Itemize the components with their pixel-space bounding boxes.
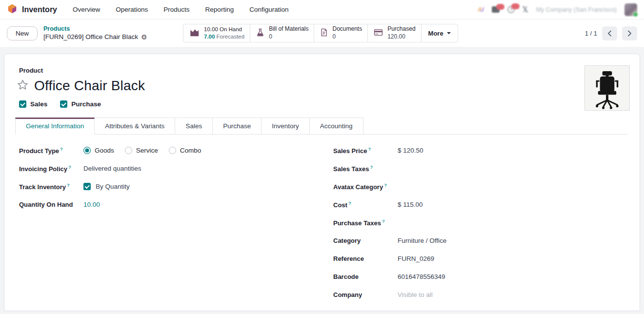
sales-toggle-label: Sales	[30, 100, 47, 108]
avatax-category-row: Avatax Category?	[333, 177, 626, 196]
radio-goods-label: Goods	[95, 147, 114, 154]
breadcrumb: Products [FURN_0269] Office Chair Black …	[43, 25, 147, 41]
activities-icon[interactable]	[507, 6, 515, 13]
cost-value[interactable]: $ 115.00	[398, 201, 626, 208]
track-inventory-mode[interactable]: By Quantity	[96, 183, 130, 190]
radio-service-input[interactable]	[125, 147, 132, 154]
reference-label: Reference	[333, 255, 398, 262]
x-icon[interactable]: 𝕏	[523, 5, 528, 14]
invoicing-policy-label: Invoicing Policy?	[19, 164, 83, 173]
gear-icon[interactable]: ⚙	[141, 33, 147, 41]
messages-badge	[496, 4, 504, 10]
help-icon: ?	[348, 200, 351, 206]
product-image[interactable]	[584, 65, 630, 111]
new-button[interactable]: New	[7, 26, 38, 40]
category-row: Category Furniture / Office	[333, 232, 626, 250]
company-value[interactable]: Visible to all	[398, 291, 626, 298]
pager-next-button[interactable]	[622, 26, 637, 40]
radio-goods-input[interactable]	[83, 147, 91, 154]
nav-menu-reporting[interactable]: Reporting	[205, 6, 234, 13]
sales-price-row: Sales Price? $ 120.50	[333, 141, 626, 159]
invoicing-policy-value[interactable]: Delivered quantities	[83, 165, 312, 172]
tab-inventory[interactable]: Inventory	[262, 118, 310, 134]
cost-label: Cost?	[333, 200, 398, 209]
app-switcher[interactable]: Inventory	[7, 3, 57, 16]
activities-badge	[511, 3, 520, 9]
more-button[interactable]: More	[422, 24, 458, 42]
company-row: Company Visible to all	[333, 286, 626, 304]
notebook-tabs: General Information Attributes & Variant…	[15, 118, 628, 135]
tab-accounting[interactable]: Accounting	[310, 118, 363, 134]
nav-menu-products[interactable]: Products	[163, 6, 189, 13]
sales-checkbox[interactable]	[19, 100, 26, 108]
sales-taxes-row: Sales Taxes?	[333, 159, 626, 177]
app-name[interactable]: Inventory	[22, 5, 57, 14]
documents-stat-button[interactable]: Documents 0	[314, 24, 368, 42]
general-information-panel: Product Type? Goods Service Combo	[15, 135, 628, 304]
chevron-right-icon	[627, 30, 632, 37]
bom-value: 0	[269, 33, 308, 41]
on-hand-label: On Hand	[220, 26, 242, 32]
tab-purchase[interactable]: Purchase	[213, 118, 262, 134]
bom-stat-button[interactable]: Bill of Materials 0	[250, 24, 314, 42]
inventory-app-icon	[7, 3, 18, 16]
avatax-category-label: Avatax Category?	[333, 182, 398, 191]
documents-label: Documents	[332, 25, 362, 33]
left-field-column: Product Type? Goods Service Combo	[19, 141, 312, 304]
reference-value[interactable]: FURN_0269	[398, 255, 626, 262]
quantity-on-hand-value[interactable]: 10.00	[83, 201, 312, 208]
form-sheet: Product Office Chair Black Sales Purchas…	[4, 54, 640, 311]
flask-icon	[256, 27, 265, 39]
product-type-row: Product Type? Goods Service Combo	[19, 141, 312, 159]
quantity-on-hand-label: Quantity On Hand	[19, 201, 83, 208]
help-icon: ?	[68, 164, 71, 170]
ai-icon[interactable]: AI	[478, 6, 484, 13]
control-panel: New Products [FURN_0269] Office Chair Bl…	[0, 20, 644, 47]
barcode-row: Barcode 6016478556349	[333, 268, 626, 286]
breadcrumb-products-link[interactable]: Products	[43, 25, 147, 33]
more-button-label: More	[428, 30, 443, 37]
nav-menu-configuration[interactable]: Configuration	[249, 6, 288, 13]
purchase-toggle: Purchase	[60, 100, 101, 108]
radio-service[interactable]: Service	[125, 147, 158, 154]
sales-price-label: Sales Price?	[333, 146, 398, 155]
sales-toggle: Sales	[19, 100, 47, 108]
barcode-value[interactable]: 6016478556349	[398, 273, 626, 280]
top-navbar: Inventory Overview Operations Products R…	[0, 0, 644, 20]
category-label: Category	[333, 237, 398, 244]
page-title[interactable]: Office Chair Black	[34, 78, 145, 94]
caret-down-icon	[447, 32, 451, 36]
purchase-checkbox[interactable]	[60, 100, 67, 108]
track-inventory-checkbox[interactable]	[83, 183, 91, 190]
company-menu[interactable]: My Company (San Francisco)	[536, 6, 617, 13]
record-kind-label: Product	[19, 67, 628, 74]
tab-sales[interactable]: Sales	[175, 118, 213, 134]
nav-menus: Overview Operations Products Reporting C…	[73, 6, 288, 13]
nav-menu-operations[interactable]: Operations	[116, 6, 148, 13]
sales-price-value[interactable]: $ 120.50	[398, 147, 626, 154]
nav-menu-overview[interactable]: Overview	[73, 6, 100, 13]
tab-general-information[interactable]: General Information	[15, 118, 95, 135]
document-icon	[320, 27, 328, 39]
pager-value[interactable]: 1 / 1	[585, 30, 597, 37]
category-value[interactable]: Furniture / Office	[398, 237, 626, 244]
radio-combo-input[interactable]	[169, 147, 176, 154]
user-avatar[interactable]	[624, 3, 637, 16]
radio-combo[interactable]: Combo	[169, 147, 201, 154]
purchased-stat-button[interactable]: Purchased 120.00	[368, 24, 421, 42]
track-inventory-label: Track Inventory?	[19, 182, 83, 191]
tab-attributes-variants[interactable]: Attributes & Variants	[95, 118, 175, 134]
company-label: Company	[333, 291, 398, 298]
on-hand-stat-button[interactable]: 10.00 On Hand 7.00 Forecasted	[183, 24, 250, 42]
invoicing-policy-row: Invoicing Policy? Delivered quantities	[19, 159, 312, 177]
purchase-taxes-label: Purchase Taxes?	[333, 218, 398, 227]
systray: AI 𝕏 My Company (San Francisco)	[478, 3, 637, 16]
chevron-left-icon	[607, 30, 612, 37]
radio-goods[interactable]: Goods	[83, 147, 114, 154]
pager-previous-button[interactable]	[602, 26, 617, 40]
messages-icon[interactable]	[492, 6, 500, 13]
purchase-taxes-row: Purchase Taxes?	[333, 214, 626, 232]
favorite-star-icon[interactable]	[16, 78, 29, 93]
help-icon: ?	[382, 218, 385, 224]
help-icon: ?	[370, 164, 373, 170]
